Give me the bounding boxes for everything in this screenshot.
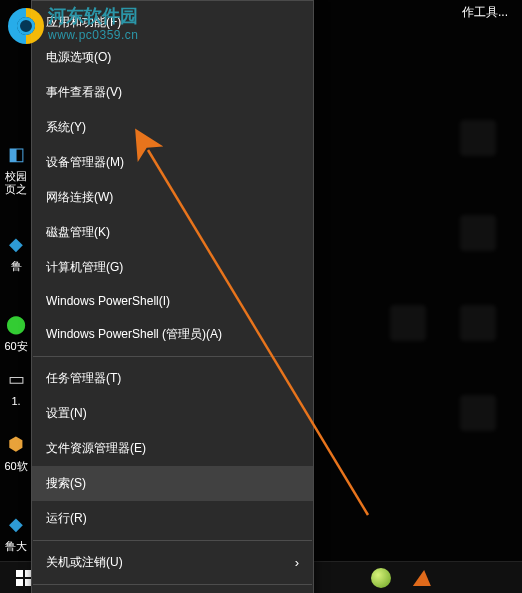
- menu-item-network-connections[interactable]: 网络连接(W): [32, 180, 313, 215]
- menu-item-label: 计算机管理(G): [46, 259, 123, 276]
- menu-item-system[interactable]: 系统(Y): [32, 110, 313, 145]
- watermark-title: 河东软件园: [48, 4, 138, 28]
- desktop-ghost-icon[interactable]: [460, 120, 496, 156]
- menu-item-event-viewer[interactable]: 事件查看器(V): [32, 75, 313, 110]
- svg-rect-1: [16, 570, 23, 577]
- menu-item-disk-management[interactable]: 磁盘管理(K): [32, 215, 313, 250]
- menu-item-powershell[interactable]: Windows PowerShell(I): [32, 285, 313, 317]
- desktop-ghost-icon[interactable]: [460, 305, 496, 341]
- menu-item-label: 磁盘管理(K): [46, 224, 110, 241]
- menu-item-desktop[interactable]: 桌面(D): [32, 589, 313, 593]
- desktop-icon-label: 鲁大: [5, 540, 27, 552]
- winx-context-menu: 应用和功能(F) 电源选项(O) 事件查看器(V) 系统(Y) 设备管理器(M)…: [31, 0, 314, 593]
- desktop-icon-label: 鲁: [11, 260, 22, 272]
- menu-item-run[interactable]: 运行(R): [32, 501, 313, 536]
- desktop-icon-label: 60安: [4, 340, 27, 352]
- menu-item-settings[interactable]: 设置(N): [32, 396, 313, 431]
- green-orb-icon: [371, 568, 391, 588]
- desktop-icon[interactable]: ⬢ 60软: [2, 430, 30, 473]
- menu-item-label: 关机或注销(U): [46, 554, 123, 571]
- taskbar-app-green[interactable]: [361, 563, 401, 593]
- menu-item-label: 设备管理器(M): [46, 154, 124, 171]
- svg-rect-3: [16, 579, 23, 586]
- menu-item-shutdown-signout[interactable]: 关机或注销(U) ›: [32, 545, 313, 580]
- watermark-logo: [8, 8, 44, 44]
- desktop-ghost-icon[interactable]: [460, 215, 496, 251]
- menu-item-label: Windows PowerShell (管理员)(A): [46, 326, 222, 343]
- html-icon: ◧: [2, 140, 30, 168]
- shield-icon: ⬤: [2, 310, 30, 338]
- menu-item-power-options[interactable]: 电源选项(O): [32, 40, 313, 75]
- chevron-right-icon: ›: [295, 555, 299, 570]
- menu-item-label: 任务管理器(T): [46, 370, 121, 387]
- app-icon: ◆: [2, 510, 30, 538]
- box-icon: ⬢: [2, 430, 30, 458]
- desktop-ghost-icon[interactable]: [460, 395, 496, 431]
- menu-item-task-manager[interactable]: 任务管理器(T): [32, 361, 313, 396]
- menu-item-powershell-admin[interactable]: Windows PowerShell (管理员)(A): [32, 317, 313, 352]
- desktop-icon[interactable]: ◆ 鲁: [2, 230, 30, 273]
- menu-item-computer-management[interactable]: 计算机管理(G): [32, 250, 313, 285]
- desktop-icon[interactable]: ▭ 1.: [2, 365, 30, 408]
- file-icon: ▭: [2, 365, 30, 393]
- menu-item-search[interactable]: 搜索(S): [32, 466, 313, 501]
- menu-item-label: 运行(R): [46, 510, 87, 527]
- windows-logo-icon: [16, 570, 32, 586]
- desktop-icon[interactable]: ◆ 鲁大: [2, 510, 30, 553]
- menu-item-label: 网络连接(W): [46, 189, 113, 206]
- menu-item-file-explorer[interactable]: 文件资源管理器(E): [32, 431, 313, 466]
- menu-item-device-manager[interactable]: 设备管理器(M): [32, 145, 313, 180]
- menu-separator: [33, 540, 312, 541]
- menu-item-label: 搜索(S): [46, 475, 86, 492]
- watermark-url: www.pc0359.cn: [48, 28, 139, 42]
- desktop-ghost-icon[interactable]: [390, 305, 426, 341]
- menu-item-label: 事件查看器(V): [46, 84, 122, 101]
- desktop-icon-label: 1.: [11, 395, 20, 407]
- desktop-icon-label: 校园页之: [5, 170, 27, 195]
- menu-item-label: 文件资源管理器(E): [46, 440, 146, 457]
- menu-item-label: 电源选项(O): [46, 49, 111, 66]
- taskbar-matlab[interactable]: [403, 563, 443, 593]
- matlab-icon: [413, 570, 433, 586]
- app-icon: ◆: [2, 230, 30, 258]
- menu-separator: [33, 356, 312, 357]
- menu-separator: [33, 584, 312, 585]
- desktop-background: 河东软件园 www.pc0359.cn 作工具... ◧ 校园页之 ◆ 鲁 ⬤ …: [0, 0, 522, 593]
- menu-item-label: Windows PowerShell(I): [46, 294, 170, 308]
- desktop-icon-label: 60软: [4, 460, 27, 472]
- window-title-fragment: 作工具...: [462, 4, 508, 21]
- menu-item-label: 设置(N): [46, 405, 87, 422]
- menu-item-label: 系统(Y): [46, 119, 86, 136]
- desktop-icon[interactable]: ◧ 校园页之: [2, 140, 30, 196]
- desktop-icon[interactable]: ⬤ 60安: [2, 310, 30, 353]
